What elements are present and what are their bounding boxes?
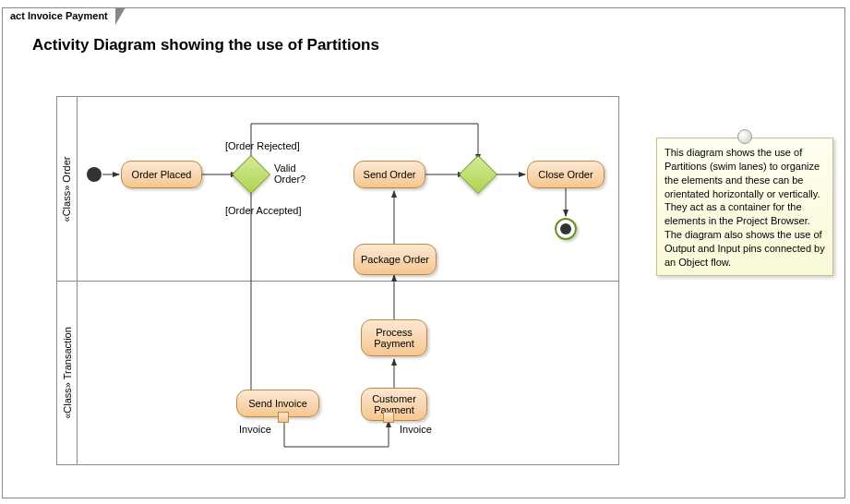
final-node — [555, 218, 577, 240]
diagram-title: Activity Diagram showing the use of Part… — [32, 36, 379, 54]
activity-package-order: Package Order — [353, 244, 437, 275]
partition-transaction-label: «Class» Transaction — [57, 282, 78, 464]
frame-tab: act Invoice Payment — [2, 7, 116, 23]
partition-transaction: «Class» Transaction — [56, 281, 619, 465]
activity-send-order: Send Order — [353, 161, 425, 188]
partition-order-label: «Class» Order — [57, 97, 78, 281]
frame-label: act Invoice Payment — [10, 10, 108, 21]
initial-node — [87, 167, 102, 182]
activity-customer-payment: Customer Payment — [361, 388, 427, 421]
activity-close-order: Close Order — [527, 161, 605, 188]
partition-order: «Class» Order — [56, 96, 619, 281]
activity-process-payment: Process Payment — [361, 319, 427, 356]
pushpin-icon — [737, 129, 752, 144]
pin-invoice-out — [278, 412, 289, 423]
pin-invoice-in — [383, 412, 394, 423]
note-text: This diagram shows the use of Partitions… — [664, 147, 825, 268]
decision-valid-order-label: Valid Order? — [274, 162, 313, 185]
pin-invoice-in-label: Invoice — [400, 424, 432, 435]
guard-order-rejected: [Order Rejected] — [225, 140, 300, 151]
diagram-area: «Class» Order «Class» Transaction — [56, 96, 619, 465]
diagram-note: This diagram shows the use of Partitions… — [656, 138, 833, 276]
pin-invoice-out-label: Invoice — [239, 424, 271, 435]
guard-order-accepted: [Order Accepted] — [225, 205, 302, 216]
diagram-frame: act Invoice Payment Activity Diagram sho… — [2, 7, 845, 498]
activity-order-placed: Order Placed — [121, 161, 202, 188]
